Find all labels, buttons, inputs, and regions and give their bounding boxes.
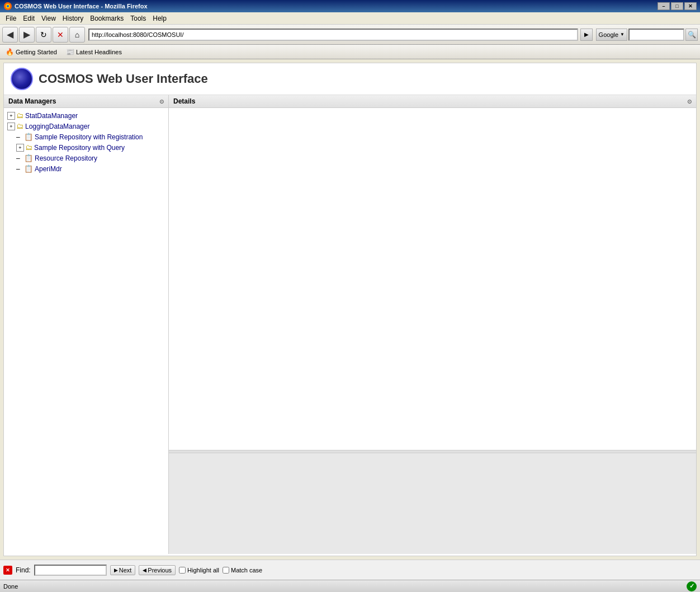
app-title: COSMOS Web User Interface xyxy=(39,72,208,86)
previous-arrow-icon: ◀ xyxy=(143,567,146,573)
search-engine-label: Google xyxy=(599,31,618,38)
sample-query-icon: 🗂 xyxy=(25,143,32,152)
find-input[interactable] xyxy=(34,565,107,576)
tree-expand-sample-query[interactable]: + xyxy=(16,144,24,152)
details-collapse-icon[interactable]: ⊙ xyxy=(687,98,692,105)
sidebar-collapse-icon[interactable]: ⊙ xyxy=(159,98,164,105)
getting-started-label: Getting Started xyxy=(16,49,57,55)
match-case-label[interactable]: Match case xyxy=(223,567,262,574)
app-window: COSMOS Web User Interface Data Managers … xyxy=(3,63,697,556)
go-icon: ▶ xyxy=(584,31,589,37)
app-header: COSMOS Web User Interface xyxy=(4,63,696,95)
status-bar: Done ✓ xyxy=(0,580,700,592)
details-pane: Details ⊙ xyxy=(169,95,696,554)
logging-label: LoggingDataManager xyxy=(25,123,89,130)
stop-button[interactable]: ✕ xyxy=(53,27,68,43)
window-title: COSMOS Web User Interface - Mozilla Fire… xyxy=(15,3,148,10)
search-input[interactable] xyxy=(628,29,684,41)
status-icon: ✓ xyxy=(687,581,697,591)
back-icon: ◀ xyxy=(7,29,13,40)
menu-history[interactable]: History xyxy=(59,13,87,24)
menu-bar: File Edit View History Bookmarks Tools H… xyxy=(0,12,700,25)
sidebar: Data Managers ⊙ + 🗂 StatDataManager + 🗂 … xyxy=(4,95,169,554)
search-engine-button[interactable]: Google ▼ xyxy=(596,29,627,41)
tree-expand-logging[interactable]: + xyxy=(7,123,15,130)
sample-reg-label: Sample Repository with Registration xyxy=(35,133,143,141)
firefox-icon xyxy=(3,2,12,11)
search-container: Google ▼ 🔍 xyxy=(596,29,698,41)
reload-button[interactable]: ↻ xyxy=(36,27,51,43)
menu-bookmarks[interactable]: Bookmarks xyxy=(87,13,127,24)
home-icon: ⌂ xyxy=(75,30,79,39)
tree-item-logging[interactable]: + 🗂 LoggingDataManager xyxy=(4,121,168,131)
content-area: Data Managers ⊙ + 🗂 StatDataManager + 🗂 … xyxy=(4,95,696,554)
svg-point-2 xyxy=(7,5,9,7)
getting-started-icon: 🔥 xyxy=(6,48,14,56)
stat-label: StatDataManager xyxy=(25,112,78,120)
bookmark-getting-started[interactable]: 🔥 Getting Started xyxy=(2,47,60,57)
highlight-all-checkbox[interactable] xyxy=(179,567,186,574)
find-label: Find: xyxy=(16,566,31,574)
chevron-down-icon: ▼ xyxy=(620,32,625,37)
previous-label: Previous xyxy=(148,567,172,574)
bookmarks-bar: 🔥 Getting Started 📰 Latest Headlines xyxy=(0,45,700,59)
aperi-icon: 📋 xyxy=(24,165,33,173)
address-go-button[interactable]: ▶ xyxy=(580,29,593,41)
next-label: Next xyxy=(119,567,132,574)
forward-button[interactable]: ▶ xyxy=(19,27,35,43)
details-bottom xyxy=(169,453,696,554)
sidebar-header: Data Managers ⊙ xyxy=(4,95,168,108)
cosmos-logo xyxy=(11,68,33,90)
menu-help[interactable]: Help xyxy=(149,13,170,24)
stop-icon: ✕ xyxy=(57,30,64,39)
search-go-button[interactable]: 🔍 xyxy=(685,29,698,41)
stat-icon: 🗂 xyxy=(16,111,23,120)
resource-icon: 📋 xyxy=(24,154,33,162)
next-arrow-icon: ▶ xyxy=(114,567,118,573)
aperi-label: AperiMdr xyxy=(35,165,62,173)
sample-reg-icon: 📋 xyxy=(24,133,33,141)
sample-query-label: Sample Repository with Query xyxy=(34,144,125,152)
menu-tools[interactable]: Tools xyxy=(127,13,149,24)
tree-item-resource[interactable]: – 📋 Resource Repository xyxy=(4,153,168,163)
forward-icon: ▶ xyxy=(23,29,30,40)
tree-item-aperi[interactable]: – 📋 AperiMdr xyxy=(4,163,168,174)
find-icon: ✕ xyxy=(3,566,12,575)
menu-file[interactable]: File xyxy=(2,13,20,24)
highlight-all-text: Highlight all xyxy=(187,567,219,574)
next-button[interactable]: ▶ Next xyxy=(110,565,136,575)
menu-view[interactable]: View xyxy=(38,13,59,24)
reload-icon: ↻ xyxy=(40,30,47,39)
back-button[interactable]: ◀ xyxy=(2,27,18,43)
highlight-all-label[interactable]: Highlight all xyxy=(179,567,219,574)
search-icon: 🔍 xyxy=(688,31,696,39)
home-button[interactable]: ⌂ xyxy=(69,27,85,43)
window-controls: – □ ✕ xyxy=(658,2,697,10)
tree-item-stat[interactable]: + 🗂 StatDataManager xyxy=(4,110,168,121)
tree-spacer-resource: – xyxy=(16,154,24,162)
tree-spacer-reg: – xyxy=(16,133,24,141)
sidebar-tree: + 🗂 StatDataManager + 🗂 LoggingDataManag… xyxy=(4,108,168,554)
find-bar: ✕ Find: ▶ Next ◀ Previous Highlight all … xyxy=(0,560,700,580)
details-content xyxy=(169,108,696,450)
previous-button[interactable]: ◀ Previous xyxy=(139,565,176,575)
tree-item-sample-query[interactable]: + 🗂 Sample Repository with Query xyxy=(4,142,168,153)
tree-spacer-aperi: – xyxy=(16,165,24,173)
match-case-checkbox[interactable] xyxy=(223,567,229,574)
tree-item-sample-reg[interactable]: – 📋 Sample Repository with Registration xyxy=(4,131,168,142)
maximize-button[interactable]: □ xyxy=(671,2,683,10)
menu-edit[interactable]: Edit xyxy=(20,13,38,24)
logging-icon: 🗂 xyxy=(16,122,23,130)
navigation-toolbar: ◀ ▶ ↻ ✕ ⌂ http://localhost:8080/COSMOSUI… xyxy=(0,25,700,45)
resource-label: Resource Repository xyxy=(35,154,97,162)
details-title: Details xyxy=(173,97,195,105)
status-checkmark-icon: ✓ xyxy=(689,582,694,590)
tree-expand-stat[interactable]: + xyxy=(7,112,15,120)
latest-headlines-label: Latest Headlines xyxy=(76,49,122,55)
close-button[interactable]: ✕ xyxy=(684,2,697,10)
minimize-button[interactable]: – xyxy=(658,2,670,10)
details-header: Details ⊙ xyxy=(169,95,696,108)
address-input[interactable]: http://localhost:8080/COSMOSUI/ xyxy=(88,29,578,41)
match-case-text: Match case xyxy=(231,567,262,574)
bookmark-latest-headlines[interactable]: 📰 Latest Headlines xyxy=(63,47,125,57)
